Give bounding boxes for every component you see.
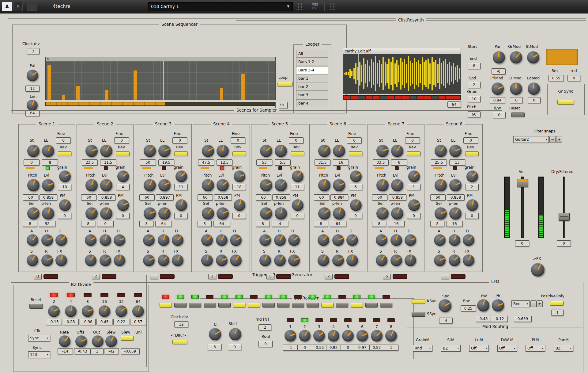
- fx-send-knob[interactable]: [288, 254, 300, 266]
- scene-key-button[interactable]: 3: [208, 274, 216, 279]
- sm-value[interactable]: 0.55: [548, 75, 564, 81]
- division-value[interactable]: -0.15: [46, 319, 62, 325]
- ph-knob[interactable]: [492, 299, 504, 311]
- plen-knob[interactable]: [100, 207, 112, 219]
- grain-value[interactable]: 11: [174, 184, 188, 190]
- loop-segment[interactable]: [432, 96, 438, 99]
- division-knob[interactable]: [99, 305, 110, 317]
- lvl-knob[interactable]: [217, 179, 229, 191]
- ll-value[interactable]: 13: [449, 159, 465, 166]
- sel-knob[interactable]: [85, 207, 98, 219]
- sustain-knob[interactable]: [318, 254, 329, 266]
- slot-value[interactable]: 0: [297, 345, 312, 351]
- sequencer-bar[interactable]: [105, 90, 109, 100]
- pitch-knob[interactable]: [144, 179, 156, 191]
- pm-knob[interactable]: [292, 199, 303, 211]
- mod-display-pad[interactable]: [546, 49, 578, 65]
- slew-value[interactable]: -42: [104, 348, 119, 354]
- loop-segment[interactable]: [387, 96, 394, 99]
- grain-knob[interactable]: [292, 170, 303, 182]
- ll-value[interactable]: 19.5: [158, 159, 174, 166]
- fine-value[interactable]: 0: [405, 137, 420, 143]
- primod-value[interactable]: 0.84: [490, 97, 505, 103]
- sustain-knob[interactable]: [85, 254, 96, 266]
- st-knob[interactable]: [27, 145, 40, 157]
- preset-dropdown[interactable]: 010 Carthy 1 ▼: [148, 2, 293, 11]
- rate-value[interactable]: -14: [58, 348, 73, 354]
- decay-knob[interactable]: [55, 234, 67, 246]
- sel-knob[interactable]: [260, 207, 272, 219]
- sel-value[interactable]: 8: [314, 221, 328, 227]
- scene-key-button[interactable]: T: [441, 274, 449, 279]
- sel-knob[interactable]: [27, 207, 40, 219]
- dry-fader[interactable]: [559, 177, 570, 238]
- division-knob[interactable]: [132, 305, 144, 317]
- lgmod-knob[interactable]: [528, 82, 540, 95]
- plen-value[interactable]: 64: [330, 221, 346, 227]
- grain-knob[interactable]: [234, 170, 245, 182]
- pm-value[interactable]: 0: [174, 213, 188, 219]
- trigger-button[interactable]: [262, 303, 275, 307]
- hold-knob[interactable]: [274, 234, 286, 246]
- rev-button[interactable]: [349, 151, 362, 156]
- plen-value[interactable]: 16: [388, 221, 405, 227]
- pm-knob[interactable]: [350, 199, 362, 211]
- ll-value[interactable]: 12.5: [217, 159, 232, 166]
- sustain-knob[interactable]: [376, 254, 387, 266]
- release-knob[interactable]: [449, 254, 460, 266]
- st-value[interactable]: 33.5: [373, 159, 389, 166]
- decay-knob[interactable]: [346, 234, 358, 246]
- plen-knob[interactable]: [42, 207, 54, 219]
- slot-knob[interactable]: [342, 330, 354, 342]
- decay-knob[interactable]: [230, 234, 242, 246]
- sample-loop-strip[interactable]: [343, 95, 461, 100]
- trigger-button[interactable]: [351, 303, 363, 307]
- plen-knob[interactable]: [217, 207, 229, 219]
- lvl-value[interactable]: 0.858: [389, 194, 406, 200]
- loop-segment[interactable]: [344, 96, 350, 99]
- trigger-button[interactable]: [321, 303, 334, 307]
- fx-send-knob[interactable]: [405, 254, 416, 266]
- sustain-knob[interactable]: [434, 254, 446, 266]
- lvl-value[interactable]: 0.897: [156, 194, 174, 200]
- ll-knob[interactable]: [217, 145, 229, 157]
- lvl-knob[interactable]: [275, 179, 287, 191]
- decay-knob[interactable]: [405, 234, 416, 246]
- plen-value[interactable]: 16: [446, 221, 463, 227]
- ph-value[interactable]: -0.12: [491, 316, 508, 322]
- st-value[interactable]: 25.5: [431, 159, 447, 166]
- sel-value[interactable]: 8: [198, 221, 212, 227]
- pitch-knob[interactable]: [202, 179, 214, 191]
- lvl-value[interactable]: 0.858: [447, 194, 465, 200]
- pm-value[interactable]: 0: [291, 213, 304, 219]
- pitch-value[interactable]: 60: [256, 194, 271, 200]
- scene-key-button[interactable]: Q: [34, 274, 42, 279]
- pw-value[interactable]: 0.48: [476, 316, 491, 322]
- sustain-knob[interactable]: [259, 254, 271, 266]
- rnd-value[interactable]: 0: [567, 75, 580, 81]
- primod-knob[interactable]: [492, 82, 504, 95]
- grain-knob[interactable]: [350, 170, 362, 182]
- fx-send-knob[interactable]: [463, 254, 474, 266]
- rout-value[interactable]: 0: [258, 341, 273, 347]
- resynth-reset-button[interactable]: [511, 113, 525, 117]
- sel-knob[interactable]: [318, 207, 330, 219]
- st-knob[interactable]: [85, 145, 98, 157]
- release-knob[interactable]: [274, 254, 286, 266]
- st-knob[interactable]: [144, 145, 156, 157]
- route-dropdown[interactable]: Off▾: [469, 345, 489, 352]
- slew-knob[interactable]: [105, 335, 117, 347]
- sustain-knob[interactable]: [201, 254, 213, 266]
- loop-segment[interactable]: [351, 96, 358, 99]
- fine-value[interactable]: 0: [231, 137, 245, 143]
- clk-dropdown[interactable]: Sync▾: [28, 335, 50, 342]
- sel-value[interactable]: 8: [23, 221, 37, 227]
- pm-value[interactable]: 0: [465, 213, 479, 219]
- ll-knob[interactable]: [275, 145, 287, 157]
- pat-knob[interactable]: [27, 70, 38, 81]
- loop-segment[interactable]: [409, 96, 416, 99]
- hold-knob[interactable]: [332, 234, 344, 246]
- grain-knob[interactable]: [59, 170, 71, 182]
- pitch-value[interactable]: 60: [81, 194, 96, 200]
- decay-knob[interactable]: [114, 234, 125, 246]
